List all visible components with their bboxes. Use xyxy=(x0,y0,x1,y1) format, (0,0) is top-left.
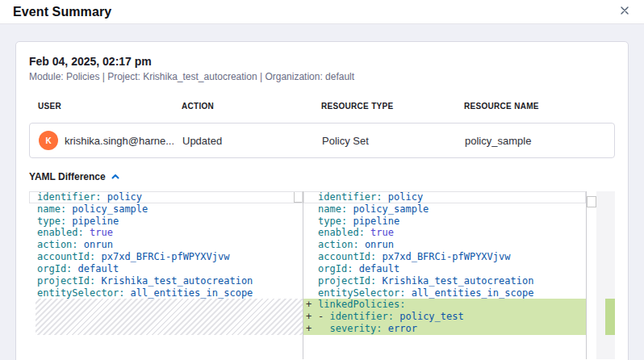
diff-line: action: onrun xyxy=(303,239,586,251)
diff-line-added: + severity: error xyxy=(303,323,586,335)
diff-line: orgId: default xyxy=(303,263,586,275)
diff-line: entitySelector: all_entities_in_scope xyxy=(29,287,303,299)
user-email: krishika.singh@harne... xyxy=(65,135,174,147)
diff-line: type: pipeline xyxy=(303,216,586,228)
column-header-resource-type: RESOURCE TYPE xyxy=(312,102,455,111)
diff-line: accountId: px7xd_BFRCi-pfWPYXVjvw xyxy=(303,251,586,263)
diff-line: enabled: true xyxy=(303,227,586,239)
event-summary-card: Feb 04, 2025, 02:17 pm Module: Policies … xyxy=(15,41,629,360)
diff-line: accountId: px7xd_BFRCi-pfWPYXVjvw xyxy=(29,251,303,263)
column-header-user: USER xyxy=(29,102,173,111)
right-pane-scrollbar-track xyxy=(587,191,596,359)
close-button[interactable] xyxy=(618,4,631,19)
diff-overview-ruler[interactable] xyxy=(596,191,615,359)
diff-pane-original: identifier: policyname: policy_sampletyp… xyxy=(29,191,303,359)
diff-placeholder-hatch xyxy=(36,299,303,334)
event-meta: Module: Policies | Project: Krishika_tes… xyxy=(29,71,615,82)
diff-line: name: policy_sample xyxy=(29,203,303,216)
diff-line: name: policy_sample xyxy=(303,203,586,216)
diff-pane-modified: identifier: policyname: policy_sampletyp… xyxy=(303,191,587,359)
diff-line-added: +linkedPolicies: xyxy=(303,299,586,311)
modal-header: Event Summary xyxy=(0,0,644,24)
diff-line: orgId: default xyxy=(29,263,303,275)
resource-name-cell: policy_sample xyxy=(456,135,614,147)
user-cell: K krishika.singh@harne... xyxy=(30,131,174,150)
avatar: K xyxy=(39,131,58,150)
action-cell: Updated xyxy=(174,135,313,147)
diff-line: type: pipeline xyxy=(29,216,303,228)
added-line-gutter-marker: + xyxy=(306,323,312,335)
diff-line: entitySelector: all_entities_in_scope xyxy=(303,287,586,299)
page-title: Event Summary xyxy=(13,5,111,19)
diff-line: enabled: true xyxy=(29,227,303,239)
diff-line: identifier: policy xyxy=(303,191,586,203)
table-row[interactable]: K krishika.singh@harne... Updated Policy… xyxy=(29,123,615,158)
yaml-difference-toggle[interactable]: YAML Difference xyxy=(29,171,120,182)
diff-line: identifier: policy xyxy=(29,191,303,203)
table-header-row: USER ACTION RESOURCE TYPE RESOURCE NAME xyxy=(29,102,615,111)
added-line-gutter-marker: + xyxy=(306,299,312,311)
right-pane-scrollbar-thumb[interactable] xyxy=(587,196,596,207)
column-header-resource-name: RESOURCE NAME xyxy=(455,102,615,111)
yaml-diff-viewer: identifier: policyname: policy_sampletyp… xyxy=(29,191,615,359)
resource-type-cell: Policy Set xyxy=(313,135,456,147)
diff-line: projectId: Krishika_test_autocreation xyxy=(29,275,303,287)
column-header-action: ACTION xyxy=(173,102,312,111)
diff-line: projectId: Krishika_test_autocreation xyxy=(303,275,586,287)
added-line-gutter-marker: + xyxy=(306,311,312,323)
chevron-up-icon xyxy=(111,172,120,182)
diff-line: action: onrun xyxy=(29,239,303,251)
diff-line-added: +- identifier: policy_test xyxy=(303,311,586,323)
close-icon xyxy=(620,6,629,18)
diff-added-marker xyxy=(605,299,615,334)
event-timestamp: Feb 04, 2025, 02:17 pm xyxy=(29,55,615,69)
yaml-difference-label: YAML Difference xyxy=(29,171,106,182)
